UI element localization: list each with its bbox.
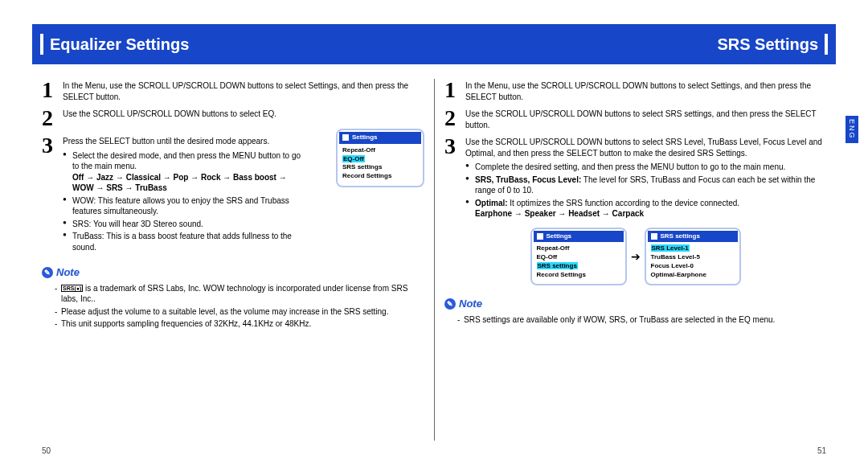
note-label: Note bbox=[56, 265, 80, 280]
step-text: Use the SCROLL UP/SCROLL DOWN buttons to… bbox=[465, 137, 822, 158]
step-number: 2 bbox=[444, 107, 459, 130]
bullet: Complete the desired setting, and then p… bbox=[465, 162, 826, 173]
device-row: Focus Level-0 bbox=[651, 262, 735, 271]
step-text: Press the SELECT button until the desire… bbox=[63, 137, 269, 146]
manual-spread: Equalizer Settings SRS Settings 1 In the… bbox=[0, 0, 868, 472]
bullet: SRS: You will hear 3D Stereo sound. bbox=[63, 219, 304, 230]
note-icon: ✎ bbox=[42, 267, 53, 278]
arrow-right-icon: ➔ bbox=[631, 248, 641, 264]
device-title: SRS settings bbox=[648, 231, 738, 243]
step-number: 3 bbox=[42, 134, 56, 254]
device-screenshot-srs: SRS settings SRS Level-1 TruBass Level-5… bbox=[645, 228, 741, 286]
device-row: Record Settings bbox=[537, 271, 620, 280]
device-row-highlight: SRS Level-1 bbox=[651, 244, 735, 253]
note-item: Please adjust the volume to a suitable l… bbox=[55, 306, 424, 318]
step-number: 3 bbox=[444, 135, 459, 221]
header-left-title: Equalizer Settings bbox=[50, 34, 189, 55]
step-text: In the Menu, use the SCROLL UP/SCROLL DO… bbox=[63, 79, 424, 102]
note-item: SRS(●) is a trademark of SRS Labs, Inc. … bbox=[55, 283, 424, 305]
step-text: Use the SCROLL UP/SCROLL DOWN buttons to… bbox=[465, 107, 826, 130]
eq-mode-sequence: Off → Jazz → Classical → Pop → Rock → Ba… bbox=[72, 173, 287, 193]
device-row: EQ-Off bbox=[537, 253, 620, 262]
srs-logo-icon: SRS(●) bbox=[61, 285, 83, 292]
step-text: In the Menu, use the SCROLL UP/SCROLL DO… bbox=[465, 79, 826, 102]
header-pipe-left bbox=[40, 34, 43, 55]
device-row-highlight: SRS settings bbox=[537, 262, 620, 271]
device-row: TruBass Level-5 bbox=[651, 253, 735, 262]
step-number: 1 bbox=[444, 79, 459, 102]
bullet: Select the desired mode, and then press … bbox=[63, 150, 304, 194]
device-row: Record Settings bbox=[342, 172, 418, 181]
header-bar: Equalizer Settings SRS Settings bbox=[32, 24, 836, 64]
step-text: Use the SCROLL UP/SCROLL DOWN buttons to… bbox=[63, 107, 424, 129]
bullet: TruBass: This is a bass boost feature th… bbox=[63, 231, 304, 252]
page-number-left: 50 bbox=[42, 445, 51, 457]
device-row: SRS settings bbox=[342, 163, 418, 172]
bullet: Optimal: It optimizes the SRS function a… bbox=[465, 198, 826, 220]
header-pipe-right bbox=[825, 34, 828, 55]
device-screenshot-settings: Settings Repeat-Off EQ-Off SRS settings … bbox=[530, 228, 627, 286]
header-right-title: SRS Settings bbox=[717, 34, 818, 55]
note-icon: ✎ bbox=[444, 298, 456, 310]
device-row: Repeat-Off bbox=[537, 244, 620, 253]
note-item: This unit supports sampling frequencies … bbox=[55, 318, 424, 330]
note-label: Note bbox=[459, 297, 482, 311]
note-item: SRS settings are available only if WOW, … bbox=[457, 314, 826, 326]
device-title: Settings bbox=[339, 132, 421, 144]
bullet: SRS, TruBass, Focus Level: The level for… bbox=[465, 174, 826, 196]
step-number: 1 bbox=[42, 79, 56, 102]
page-number-right: 51 bbox=[817, 445, 826, 457]
left-column: 1 In the Menu, use the SCROLL UP/SCROLL … bbox=[32, 79, 434, 441]
device-title: Settings bbox=[534, 231, 624, 243]
device-screenshots-row: Settings Repeat-Off EQ-Off SRS settings … bbox=[444, 228, 826, 286]
bullet: WOW: This feature allows you to enjoy th… bbox=[63, 195, 304, 217]
right-column: ENG 1 In the Menu, use the SCROLL UP/SCR… bbox=[434, 79, 836, 441]
device-row: Optimal-Earphone bbox=[651, 271, 735, 280]
step-number: 2 bbox=[42, 107, 56, 129]
optimal-sequence: Earphone → Speaker → Headset → Carpack bbox=[475, 209, 644, 218]
language-tab: ENG bbox=[845, 116, 858, 143]
device-row: Repeat-Off bbox=[342, 146, 418, 155]
device-screenshot-eq: Settings Repeat-Off EQ-Off SRS settings … bbox=[336, 129, 424, 187]
device-row-highlight: EQ-Off bbox=[342, 155, 418, 164]
